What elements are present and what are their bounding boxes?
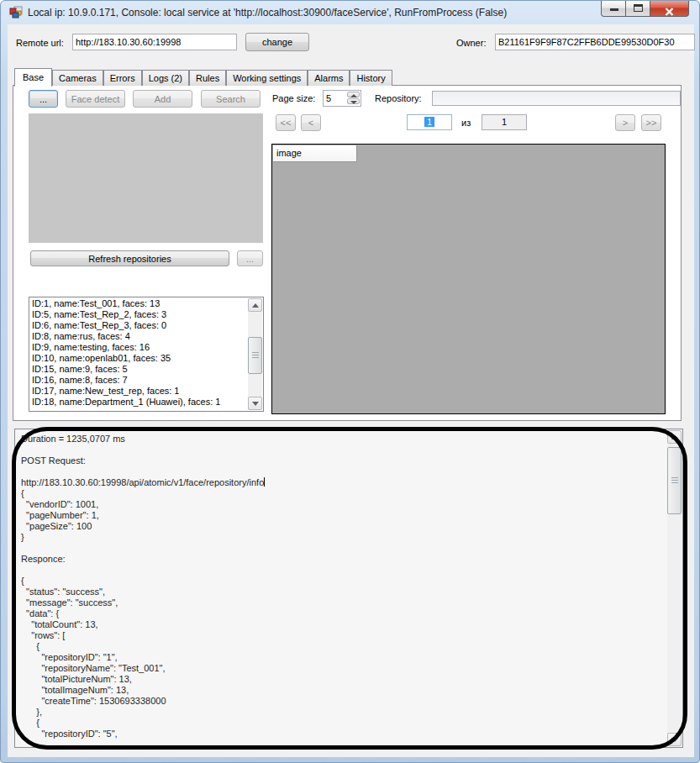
console-line: { [21, 488, 666, 499]
first-page-button[interactable]: << [276, 114, 296, 131]
console-text: Duration = 1235,0707 ms POST Request: ht… [21, 434, 666, 739]
console-line: Duration = 1235,0707 ms [21, 434, 666, 445]
triangle-down-icon [252, 402, 259, 406]
stepper-down-button[interactable] [347, 98, 360, 104]
page-size-stepper[interactable]: 5 [323, 90, 361, 107]
console-line: "rows": [ [21, 630, 666, 641]
repository-list: ID:1, name:Test_001, faces: 13ID:5, name… [30, 298, 248, 408]
grip-icon [252, 352, 259, 359]
console-line: "pageSize": 100 [21, 521, 666, 532]
tab-base[interactable]: Base [14, 68, 52, 87]
tab-logs-2[interactable]: Logs (2) [142, 70, 189, 86]
repository-listbox[interactable]: ID:1, name:Test_001, faces: 13ID:5, name… [29, 297, 264, 412]
tab-cameras[interactable]: Cameras [52, 70, 103, 86]
scroll-down-button[interactable] [667, 733, 682, 746]
console-line: "message": "success", [21, 597, 666, 608]
triangle-up-icon [671, 435, 678, 439]
remote-url-label: Remote url: [16, 38, 64, 48]
refresh-repositories-button[interactable]: Refresh repositories [30, 250, 229, 266]
console-line: "totalPictureNum": 13, [21, 674, 666, 685]
tab-alarms[interactable]: Alarms [308, 70, 350, 86]
face-preview-box [29, 113, 263, 243]
tab-errors[interactable]: Errors [103, 70, 142, 86]
scroll-down-button[interactable] [248, 397, 262, 410]
console-line [21, 445, 666, 455]
page-of-label: из [461, 118, 471, 128]
console-line: { [21, 718, 666, 729]
window-controls [601, 1, 689, 17]
console-line [21, 466, 666, 477]
console-line: "repositoryID": "1", [21, 652, 666, 663]
list-item[interactable]: ID:1, name:Test_001, faces: 13 [30, 298, 248, 309]
scroll-up-button[interactable] [248, 298, 262, 312]
owner-input[interactable] [495, 34, 695, 50]
search-button[interactable]: Search [201, 90, 261, 108]
tab-rules[interactable]: Rules [189, 70, 226, 86]
page-size-label: Page size: [272, 93, 315, 103]
last-page-button[interactable]: >> [641, 114, 661, 131]
console-line: "createTime": 1530693338000 [21, 696, 666, 707]
text-caret [264, 477, 265, 487]
console-line: { [21, 576, 666, 587]
owner-label: Owner: [456, 38, 486, 48]
browse-button[interactable]: ... [29, 90, 58, 108]
grip-icon [671, 477, 678, 484]
console-line: "repositoryID": "5", [21, 729, 666, 739]
console-line: "totalCount": 13, [21, 619, 666, 630]
console-line: "vendorID": 1001, [21, 499, 666, 510]
maximize-icon [634, 4, 643, 12]
console-line: "pageNumber": 1, [21, 510, 666, 521]
prev-page-button[interactable]: < [301, 114, 321, 131]
list-item[interactable]: ID:8, name:rus, faces: 4 [30, 331, 248, 342]
add-button[interactable]: Add [133, 90, 192, 108]
console-line: "totalImageNum": 13, [21, 685, 666, 696]
list-item[interactable]: ID:10, name:openlab01, faces: 35 [30, 353, 248, 364]
titlebar[interactable]: Local ip: 10.9.0.171, Console: local ser… [1, 1, 699, 24]
image-grid[interactable]: image [271, 144, 666, 414]
repositories-more-button[interactable]: ... [237, 250, 263, 266]
scrollbar-thumb[interactable] [667, 447, 682, 514]
console-textbox[interactable]: Duration = 1235,0707 ms POST Request: ht… [14, 429, 683, 748]
scrollbar-thumb[interactable] [248, 337, 262, 374]
minimize-button[interactable] [601, 1, 626, 17]
face-detect-button[interactable]: Face detect [66, 90, 125, 108]
current-page-input[interactable]: 1 [407, 114, 452, 130]
close-button[interactable] [650, 1, 689, 17]
repository-input[interactable] [432, 91, 681, 106]
remote-url-input[interactable] [72, 34, 237, 50]
next-page-button[interactable]: > [615, 114, 635, 131]
total-pages-field: 1 [482, 114, 527, 130]
change-button[interactable]: change [245, 33, 309, 51]
console-line [21, 543, 666, 554]
list-item[interactable]: ID:17, name:New_test_rep, faces: 1 [30, 386, 248, 397]
scroll-up-button[interactable] [667, 430, 682, 444]
list-item[interactable]: ID:16, name:8, faces: 7 [30, 375, 248, 386]
console-line: "repositoryName": "Test_001", [21, 663, 666, 674]
console-line: http://183.10.30.60:19998/api/atomic/v1/… [21, 477, 666, 488]
tab-history[interactable]: History [350, 70, 392, 86]
current-page-value: 1 [424, 117, 434, 127]
list-scrollbar[interactable] [248, 298, 262, 410]
console-line: "status": "success", [21, 587, 666, 597]
app-window: Local ip: 10.9.0.171, Console: local ser… [0, 0, 700, 763]
client-area: Remote url: change Owner: BaseCamerasErr… [8, 24, 694, 757]
triangle-down-icon [671, 738, 678, 742]
tab-control: BaseCamerasErrorsLogs (2)RulesWorking se… [13, 67, 682, 421]
console-scrollbar[interactable] [667, 430, 682, 746]
console-line: { [21, 641, 666, 652]
chevron-up-icon [350, 94, 357, 97]
grid-column-header-image[interactable]: image [273, 145, 357, 162]
tab-working-settings[interactable]: Working settings [226, 70, 308, 86]
stepper-up-button[interactable] [347, 92, 360, 97]
list-item[interactable]: ID:9, name:testing, faces: 16 [30, 342, 248, 353]
console-line: POST Request: [21, 455, 666, 466]
list-item[interactable]: ID:5, name:Test_Rep_2, faces: 3 [30, 309, 248, 320]
console-line: "data": { [21, 608, 666, 619]
page-size-value: 5 [326, 93, 331, 103]
chevron-down-icon [350, 101, 357, 104]
maximize-button[interactable] [626, 1, 650, 17]
minimize-icon [610, 8, 618, 11]
list-item[interactable]: ID:18, name:Department_1 (Huawei), faces… [30, 397, 248, 408]
list-item[interactable]: ID:15, name:9, faces: 5 [30, 364, 248, 375]
list-item[interactable]: ID:6, name:Test_Rep_3, faces: 0 [30, 320, 248, 331]
